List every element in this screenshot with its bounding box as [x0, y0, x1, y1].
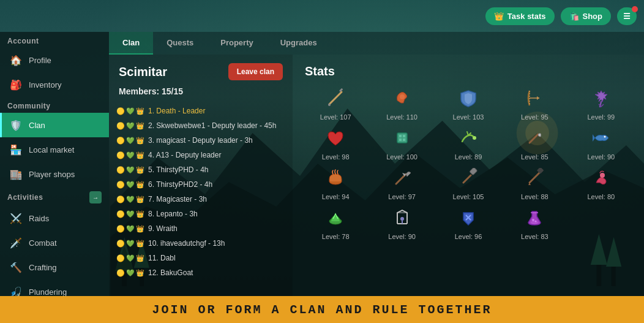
notification-dot [632, 6, 638, 12]
sidebar-item-inventory[interactable]: 🎒 Inventory [0, 72, 109, 97]
stat-slayer: Level: 96 [438, 208, 499, 240]
sidebar-item-crafting[interactable]: 🔨 Crafting [0, 255, 109, 279]
clan-name: Scimitar [119, 65, 167, 79]
stat-level: Level: 94 [322, 193, 350, 200]
stat-level: Level: 105 [453, 193, 484, 200]
stat-level: Level: 95 [521, 113, 549, 121]
speed-icon [326, 208, 345, 230]
stats-panel: Stats Le [293, 55, 644, 296]
stat-strength: Level: 110 [371, 88, 432, 121]
sidebar-item-profile[interactable]: 🏠 Profile [0, 48, 109, 72]
task-stats-label: Task stats [507, 12, 546, 21]
axe-icon [525, 128, 544, 151]
stat-level: Level: 88 [521, 193, 549, 200]
member-name: 6. ThirstyPHD2 - 4h [148, 180, 212, 189]
stat-mining: Level: 97 [371, 168, 432, 200]
magic-icon [591, 88, 611, 111]
svg-marker-20 [537, 96, 539, 100]
plundering-icon: 🎣 [9, 285, 23, 296]
svg-point-36 [600, 173, 605, 178]
strength-icon [392, 88, 412, 111]
bottom-banner: JOIN OR FORM A CLAN AND RULE TOGETHER [0, 296, 644, 323]
clan-icon: 🛡️ [9, 118, 23, 132]
svg-rect-24 [403, 135, 405, 137]
tab-bar: Clan Quests Property Upgrades [109, 32, 644, 55]
thieving-icon [591, 168, 611, 191]
menu-button[interactable]: ☰ [617, 7, 637, 25]
slayer-icon [459, 208, 478, 230]
heart-icon [326, 128, 345, 151]
list-item: 🟡💚👑 11. Dabl [109, 251, 293, 265]
members-list: 🟡💚👑 1. Death - Leader 🟡💚👑 2. Skwebwebwe1… [109, 101, 293, 296]
menu-icon: ☰ [623, 12, 631, 21]
stat-level: Level: 103 [453, 113, 484, 121]
svg-line-34 [530, 173, 539, 183]
stat-level: Level: 100 [386, 153, 417, 161]
sidebar-item-combat[interactable]: 🗡️ Combat [0, 230, 109, 255]
tab-upgrades[interactable]: Upgrades [267, 32, 331, 55]
raids-icon: ⚔️ [9, 211, 23, 225]
member-name: 1. Death - Leader [148, 107, 205, 115]
stat-agility: Level: 89 [438, 128, 499, 161]
svg-rect-23 [399, 135, 402, 137]
list-item: 🟡💚👑 3. magicast - Deputy leader - 3h [109, 133, 293, 148]
task-stats-button[interactable]: 👑 Task stats [485, 7, 555, 25]
bow-icon [525, 88, 544, 111]
stats-title: Stats [305, 64, 632, 78]
sidebar-item-clan[interactable]: 🛡️ Clan [0, 113, 109, 137]
crafting2-icon [525, 168, 544, 191]
sidebar-item-local-market[interactable]: 🏪 Local market [0, 137, 109, 162]
sidebar-crafting-label: Crafting [29, 263, 57, 272]
sidebar-raids-label: Raids [29, 214, 49, 223]
svg-point-27 [473, 136, 476, 140]
tab-quests[interactable]: Quests [153, 32, 207, 55]
fish-icon [591, 128, 611, 151]
svg-point-38 [400, 217, 404, 221]
tab-property[interactable]: Property [207, 32, 266, 55]
leave-clan-button[interactable]: Leave clan [228, 63, 283, 80]
activities-section: Activities → [0, 186, 109, 206]
list-item: 🟡💚👑 2. Skwebwebwe1 - Deputy leader - 45h [109, 118, 293, 133]
stat-crafting2: Level: 88 [504, 168, 565, 200]
clan-info-panel: Scimitar Leave clan Members: 15/15 🟡💚👑 1… [109, 55, 293, 296]
sidebar-item-player-shops[interactable]: 🏬 Player shops [0, 162, 109, 186]
sidebar-inventory-label: Inventory [29, 80, 61, 89]
stat-level: Level: 110 [386, 113, 417, 121]
stat-level: Level: 89 [455, 153, 482, 161]
tab-clan[interactable]: Clan [109, 32, 153, 55]
clan-panel-container: Scimitar Leave clan Members: 15/15 🟡💚👑 1… [109, 55, 644, 296]
topbar: 👑 Task stats 🛍️ Shop ☰ [0, 0, 644, 32]
combat-icon: 🗡️ [9, 236, 23, 249]
clan-header: Scimitar Leave clan [109, 55, 293, 84]
member-name: 12. BakuGoat [148, 268, 193, 277]
activities-toggle-button[interactable]: → [89, 191, 102, 203]
svg-point-43 [532, 219, 534, 221]
hammer-icon [459, 168, 478, 191]
svg-line-28 [530, 134, 538, 143]
stat-woodcutting: Level: 85 [504, 128, 565, 161]
svg-rect-25 [399, 139, 402, 141]
stat-dungeon: Level: 90 [371, 208, 432, 240]
stat-level: Level: 80 [587, 193, 615, 200]
list-item: 🟡💚👑 4. A13 - Deputy leader [109, 148, 293, 162]
member-name: 11. Dabl [148, 254, 176, 262]
member-name: 10. ihaveadutchgf - 13h [148, 239, 225, 248]
sidebar-item-raids[interactable]: ⚔️ Raids [0, 206, 109, 230]
sidebar: Account 🏠 Profile 🎒 Inventory Community … [0, 32, 109, 296]
svg-point-16 [328, 104, 331, 106]
sidebar-clan-label: Clan [29, 121, 45, 130]
stat-speed: Level: 78 [305, 208, 366, 240]
stat-craft: Level: 100 [371, 128, 432, 161]
stat-level: Level: 99 [587, 113, 615, 121]
stat-level: Level: 78 [322, 233, 350, 240]
pickaxe-icon [392, 168, 412, 191]
svg-point-44 [535, 221, 537, 222]
sidebar-item-plundering[interactable]: 🎣 Plundering [0, 279, 109, 296]
stat-level: Level: 90 [587, 153, 615, 161]
svg-line-32 [463, 175, 471, 183]
sword-icon [326, 88, 345, 111]
member-name: 7. Magicaster - 3h [148, 195, 207, 203]
stat-archery: Level: 95 [504, 88, 565, 121]
stat-smithing: Level: 105 [438, 168, 499, 200]
shop-button[interactable]: 🛍️ Shop [561, 7, 612, 25]
